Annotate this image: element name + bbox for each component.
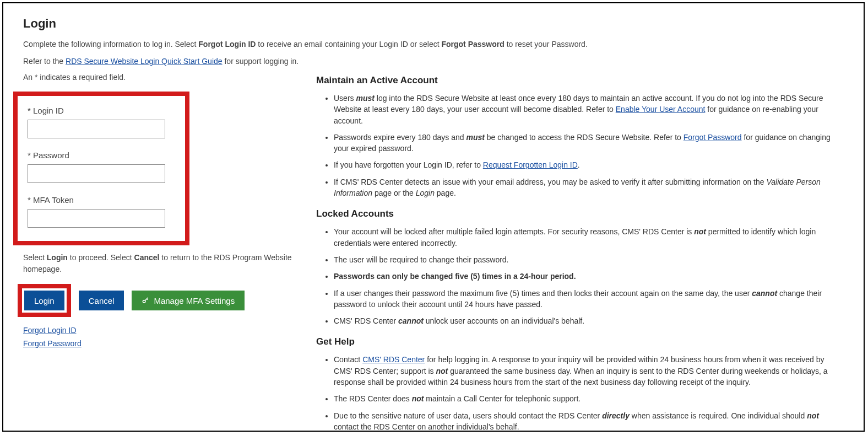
- text-bold: Cancel: [134, 253, 160, 262]
- password-input[interactable]: [28, 164, 165, 183]
- text-bold-italic: must: [356, 94, 374, 103]
- list-item: If CMS' RDS Center detects an issue with…: [334, 176, 844, 199]
- text: CMS' RDS Center: [334, 316, 398, 325]
- text-bold-italic: not: [694, 227, 706, 236]
- login-button[interactable]: Login: [24, 291, 64, 310]
- text-bold-italic: must: [466, 133, 484, 142]
- text: Users: [334, 94, 356, 103]
- text-bold-italic: not: [436, 367, 448, 375]
- quick-start-guide-link[interactable]: RDS Secure Website Login Quick Start Gui…: [66, 57, 223, 66]
- text: page or the: [372, 189, 416, 197]
- intro-paragraph-1: Complete the following information to lo…: [23, 39, 844, 50]
- list-item: If a user changes their password the max…: [334, 288, 844, 310]
- enable-account-link[interactable]: Enable Your User Account: [616, 105, 706, 114]
- list-item: Passwords can only be changed five (5) t…: [334, 271, 844, 282]
- text: If you have forgotten your Login ID, ref…: [334, 160, 483, 169]
- text-bold-italic: cannot: [398, 316, 424, 325]
- text: Complete the following information to lo…: [23, 40, 198, 49]
- list-item: The RDS Center does not maintain a Call …: [334, 393, 844, 404]
- required-note: An * indicates a required field.: [23, 73, 299, 82]
- text: to reset your Password.: [504, 40, 588, 49]
- login-button-highlight: Login: [18, 284, 71, 317]
- intro-paragraph-2: Refer to the RDS Secure Website Login Qu…: [23, 56, 844, 67]
- text-bold-italic: not: [807, 411, 819, 420]
- text: maintain a Call Center for telephonic su…: [424, 394, 581, 403]
- right-column: Maintain an Active Account Users must lo…: [316, 73, 844, 432]
- text: to receive an email containing your Logi…: [256, 40, 441, 49]
- text: The RDS Center does: [334, 394, 412, 403]
- locked-list: Your account will be locked after multip…: [316, 226, 844, 326]
- list-item: Passwords expire every 180 days and must…: [334, 132, 844, 154]
- manage-mfa-label: Manage MFA Settings: [154, 296, 235, 305]
- text: .: [578, 160, 580, 169]
- text-bold: Passwords can only be changed five (5) t…: [334, 272, 576, 281]
- list-item: Contact CMS' RDS Center for help logging…: [334, 354, 844, 388]
- locked-heading: Locked Accounts: [316, 208, 844, 219]
- forgot-password-help-link[interactable]: Forgot Password: [683, 133, 742, 142]
- help-list: Contact CMS' RDS Center for help logging…: [316, 354, 844, 432]
- text: be changed to access the RDS Secure Webs…: [485, 133, 683, 142]
- text: Passwords expire every 180 days and: [334, 133, 466, 142]
- text-bold-italic: directly: [602, 411, 630, 420]
- manage-mfa-button[interactable]: Manage MFA Settings: [132, 291, 245, 310]
- button-row: Login Cancel Manage MFA Settings: [18, 284, 299, 317]
- list-item: Your account will be locked after multip…: [334, 226, 844, 249]
- login-id-input[interactable]: [28, 120, 165, 138]
- password-label: * Password: [28, 151, 175, 160]
- list-item: The user will be required to change thei…: [334, 254, 844, 265]
- key-icon: [142, 297, 149, 304]
- forgot-password-link[interactable]: Forgot Password: [23, 339, 299, 348]
- text: If a user changes their password the max…: [334, 289, 752, 298]
- login-form-highlight: * Login ID * Password * MFA Token: [13, 92, 189, 245]
- text: when assistance is required. One individ…: [630, 411, 807, 420]
- text-bold-italic: cannot: [752, 289, 777, 298]
- page-title: Login: [23, 17, 844, 31]
- list-item: CMS' RDS Center cannot unlock user accou…: [334, 315, 844, 326]
- maintain-list: Users must log into the RDS Secure Websi…: [316, 93, 844, 198]
- forgot-login-id-link[interactable]: Forgot Login ID: [23, 326, 299, 335]
- cancel-button[interactable]: Cancel: [79, 291, 124, 310]
- list-item: If you have forgotten your Login ID, ref…: [334, 159, 844, 170]
- text-bold: Forgot Login ID: [198, 40, 256, 49]
- text: unlock user accounts on an individual's …: [424, 316, 584, 325]
- text: Your account will be locked after multip…: [334, 227, 694, 236]
- intro-text: Complete the following information to lo…: [23, 39, 844, 67]
- text: Contact: [334, 355, 362, 364]
- text-bold-italic: not: [412, 394, 424, 403]
- text: for support logging in.: [223, 57, 299, 66]
- login-id-label: * Login ID: [28, 106, 175, 115]
- text-bold: Forgot Password: [441, 40, 504, 49]
- text-bold: Login: [47, 253, 68, 262]
- text: page.: [435, 189, 456, 197]
- help-heading: Get Help: [316, 336, 844, 347]
- cms-rds-center-link[interactable]: CMS' RDS Center: [362, 355, 425, 364]
- text: If CMS' RDS Center detects an issue with…: [334, 178, 766, 186]
- list-item: Due to the sensitive nature of user data…: [334, 410, 844, 432]
- page-container: Login Complete the following information…: [2, 2, 865, 432]
- text: to proceed. Select: [68, 253, 134, 262]
- mfa-token-label: * MFA Token: [28, 195, 175, 205]
- text: Refer to the: [23, 57, 66, 66]
- maintain-heading: Maintain an Active Account: [316, 75, 844, 86]
- mfa-token-input[interactable]: [28, 209, 165, 228]
- forgot-links: Forgot Login ID Forgot Password: [23, 326, 299, 348]
- text: Select: [23, 253, 47, 262]
- text-italic: Login: [416, 189, 435, 197]
- left-column: An * indicates a required field. * Login…: [23, 73, 299, 432]
- request-login-id-link[interactable]: Request Forgotten Login ID: [483, 160, 578, 169]
- text: contact the RDS Center on another indivi…: [334, 422, 519, 431]
- proceed-text: Select Login to proceed. Select Cancel t…: [23, 252, 299, 275]
- svg-point-0: [143, 300, 146, 303]
- text: Due to the sensitive nature of user data…: [334, 411, 602, 420]
- list-item: Users must log into the RDS Secure Websi…: [334, 93, 844, 126]
